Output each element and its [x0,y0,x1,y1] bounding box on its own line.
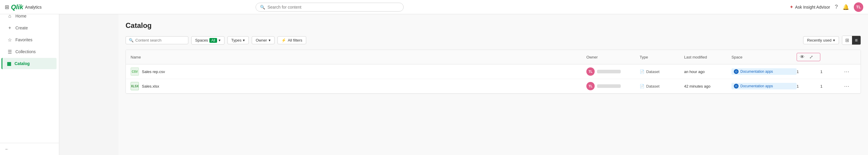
owner-label: Owner [255,38,267,43]
share-count-icon: ⤢ [809,54,813,60]
types-chevron-icon: ▾ [243,38,245,43]
xlsx-file-icon: XLSX [131,82,139,90]
row-owner-cell: TL [586,68,640,76]
col-type-header: Type [640,55,684,59]
space-icon: O [734,69,739,74]
types-label: Types [231,38,242,43]
global-search-box[interactable]: 🔍 [255,3,404,11]
catalog-search-input[interactable] [135,38,185,43]
list-view-button[interactable]: ≡ [852,36,861,45]
row-more-button[interactable]: ⋯ [844,83,856,89]
all-filters-button[interactable]: ⚡ All filters [278,36,306,44]
col-icons-header: 👁 ⤢ [797,53,820,61]
collections-icon: ☰ [7,49,12,54]
row-count2: 1 [820,84,844,88]
owner-name-blurred [597,84,621,88]
dataset-icon: 📄 [640,84,644,88]
create-icon: + [7,25,12,31]
table-header: Name Owner Type Last modified Space 👁 ⤢ [126,50,861,64]
sidebar-item-favorites-label: Favorites [16,37,33,42]
row-count1: 1 [797,70,820,74]
recently-used-label: Recently used [807,38,831,43]
notifications-icon[interactable]: 🔔 [842,4,849,10]
dataset-icon: 📄 [640,70,644,74]
space-name: Documentation apps [740,84,773,88]
sidebar-item-home-label: Home [16,14,26,19]
row-filename: Sales.xlsx [142,84,159,88]
spaces-badge: All [209,38,217,43]
row-type-cell: 📄 Dataset [640,84,684,88]
sidebar-item-catalog-label: Catalog [14,61,30,66]
sidebar-item-create-label: Create [16,26,28,30]
sidebar-item-favorites[interactable]: ☆ Favorites [2,34,57,46]
col-name-header: Name [131,55,586,59]
app-title-text: Analytics [25,5,42,9]
spaces-label: Spaces [195,38,208,43]
row-type-label: Dataset [646,70,659,74]
catalog-table: Name Owner Type Last modified Space 👁 ⤢ … [126,50,861,94]
col-owner-header: Owner [586,55,640,59]
avatar[interactable]: TL [854,2,863,12]
table-row: XLSX Sales.xlsx TL 📄 Dataset 42 minutes … [126,79,861,94]
catalog-search-icon: 🔍 [129,38,133,43]
catalog-toolbar: 🔍 Spaces All ▾ Types ▾ Owner ▾ ⚡ All fil… [126,36,861,45]
catalog-search-filter[interactable]: 🔍 [126,36,188,44]
row-count1: 1 [797,84,820,88]
all-filters-label: All filters [288,38,302,43]
sidebar-item-collections-label: Collections [16,49,35,54]
row-count2: 1 [820,70,844,74]
sidebar-item-create[interactable]: + Create [2,22,57,33]
row-type-cell: 📄 Dataset [640,70,684,74]
global-search-input[interactable] [268,5,399,9]
topbar: ⊞ Qlik Analytics 🔍 ✦ Ask Insight Advisor… [0,0,868,14]
owner-filter-button[interactable]: Owner ▾ [252,36,274,44]
collapse-sidebar-button[interactable]: ← [5,147,54,151]
row-space-cell: O Documentation apps [732,83,797,89]
col-modified-header: Last modified [684,55,732,59]
spaces-chevron-icon: ▾ [219,38,221,43]
row-modified: an hour ago [684,70,732,74]
row-more-button[interactable]: ⋯ [844,68,856,75]
view-toggle: ⊞ ≡ [842,36,861,45]
sparkle-icon: ✦ [789,4,794,10]
recently-used-chevron-icon: ▾ [833,38,835,43]
csv-file-icon: CSV [131,68,139,76]
row-filename: Sales rep.csv [142,70,165,74]
space-icon: O [734,84,739,88]
sidebar-item-collections[interactable]: ☰ Collections [2,46,57,57]
col-space-header: Space [732,55,797,59]
sidebar-bottom: ← [0,143,59,155]
row-modified: 42 minutes ago [684,84,732,88]
search-icon: 🔍 [260,5,265,9]
space-name: Documentation apps [740,70,773,74]
catalog-icon: ▦ [6,61,11,66]
help-icon[interactable]: ? [835,4,838,10]
sidebar-item-catalog[interactable]: ▦ Catalog [1,58,57,69]
collapse-icon: ← [5,147,9,151]
topbar-logo: ⊞ Qlik Analytics [5,3,61,11]
spaces-filter-button[interactable]: Spaces All ▾ [191,36,224,45]
filter-icon: ⚡ [281,38,286,43]
space-badge: O Documentation apps [732,83,797,89]
row-owner-cell: TL [586,82,640,90]
sidebar: ⌂ Home + Create ☆ Favorites ☰ Collection… [0,0,59,155]
row-name-cell: XLSX Sales.xlsx [131,82,586,90]
owner-chevron-icon: ▾ [269,38,271,43]
favorites-icon: ☆ [7,37,12,43]
row-type-label: Dataset [646,84,659,88]
row-name-cell: CSV Sales rep.csv [131,68,586,76]
main-content: Catalog 🔍 Spaces All ▾ Types ▾ Owner ▾ ⚡… [119,14,868,155]
types-filter-button[interactable]: Types ▾ [227,36,249,44]
grid-icon[interactable]: ⊞ [5,4,9,10]
row-space-cell: O Documentation apps [732,68,797,75]
grid-view-button[interactable]: ⊞ [842,36,852,45]
insight-advisor-button[interactable]: ✦ Ask Insight Advisor [789,4,830,10]
recently-used-button[interactable]: Recently used ▾ [803,36,839,44]
table-row: CSV Sales rep.csv TL 📄 Dataset an hour a… [126,64,861,79]
owner-name-blurred [597,70,621,73]
qlik-logo-text: Qlik [11,3,23,11]
topbar-search: 🔍 [255,3,404,11]
sidebar-nav: ⌂ Home + Create ☆ Favorites ☰ Collection… [0,7,59,143]
owner-avatar: TL [586,68,595,76]
owner-avatar: TL [586,82,595,90]
